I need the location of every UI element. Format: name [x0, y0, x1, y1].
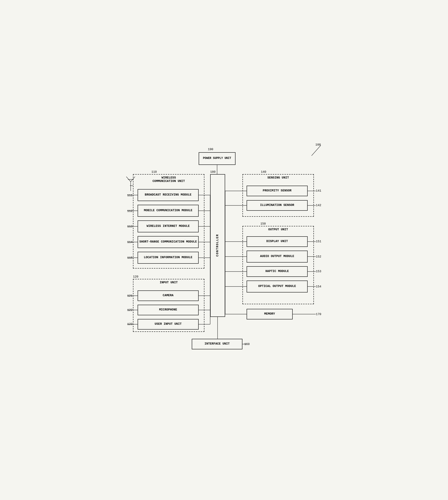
memory-box: MEMORY — [247, 309, 293, 319]
svg-line-1 — [126, 177, 131, 182]
diagram-container: 100 POWER SUPPLY UNIT 190 CONTROLLER 180… — [120, 141, 328, 360]
ref-142: 142 — [316, 204, 321, 207]
ref-112: 112 — [127, 209, 132, 213]
ref-113: 113 — [127, 225, 132, 228]
ref-180: 180 — [210, 170, 215, 174]
ref-151: 151 — [316, 240, 321, 243]
antenna-icon — [125, 175, 137, 193]
interface-unit-box: INTERFACE UNIT — [192, 339, 242, 349]
controller-box: CONTROLLER — [210, 174, 225, 317]
optical-output-box: OPTICAL OUTPUT MODULE — [247, 281, 308, 292]
sensing-unit-label: SENSING UNIT — [243, 176, 313, 179]
ref-110: 110 — [151, 170, 157, 174]
svg-line-4 — [312, 145, 321, 156]
wireless-internet-box: WIRELESS INTERNET MODULE — [138, 220, 199, 232]
ref-152: 152 — [316, 255, 321, 258]
ref-122: 122 — [127, 308, 132, 312]
ref-120: 120 — [133, 275, 138, 278]
mobile-comm-box: MOBILE COMMUNICATION MODULE — [138, 205, 199, 217]
ref-153: 153 — [316, 270, 321, 273]
input-unit-label: INPUT UNIT — [133, 281, 204, 284]
ref-154: 154 — [316, 285, 321, 288]
power-supply-box: POWER SUPPLY UNIT — [199, 152, 236, 165]
ref-123: 123 — [127, 322, 132, 326]
svg-line-2 — [131, 177, 135, 182]
wireless-comm-label: WIRELESSCOMMUNICATION UNIT — [133, 176, 204, 183]
ref-121: 121 — [127, 294, 132, 298]
broadcast-box: BROADCAST RECEIVING MODULE — [138, 189, 199, 201]
proximity-sensor-box: PROXIMITY SENSOR — [247, 186, 308, 196]
user-input-box: USER INPUT UNIT — [138, 319, 199, 330]
output-unit-label: OUTPUT UNIT — [243, 228, 313, 231]
ref-160: 160 — [244, 342, 250, 346]
location-info-box: LOCATION INFORMATION MODULE — [138, 252, 199, 264]
camera-box: CAMERA — [138, 290, 199, 301]
microphone-box: MICROPHONE — [138, 305, 199, 315]
ref-170: 170 — [316, 313, 321, 316]
ref-141: 141 — [316, 189, 321, 193]
illumination-sensor-box: ILLUMINATION SENSOR — [247, 200, 308, 211]
ref-140: 140 — [261, 170, 266, 174]
audio-output-box: AUDIO OUTPUT MODULE — [247, 251, 308, 263]
ref-190: 190 — [208, 148, 213, 151]
ref-115: 115 — [127, 256, 132, 259]
ref-150: 150 — [260, 222, 266, 226]
ref-111: 111 — [127, 194, 132, 197]
short-range-box: SHORT-RANGE COMMUNICATION MODULE — [138, 236, 199, 248]
display-unit-box: DISPLAY UNIT — [247, 236, 308, 247]
haptic-module-box: HAPTIC MODULE — [247, 266, 308, 277]
ref-114: 114 — [127, 241, 132, 244]
ref-100-line — [309, 144, 323, 158]
